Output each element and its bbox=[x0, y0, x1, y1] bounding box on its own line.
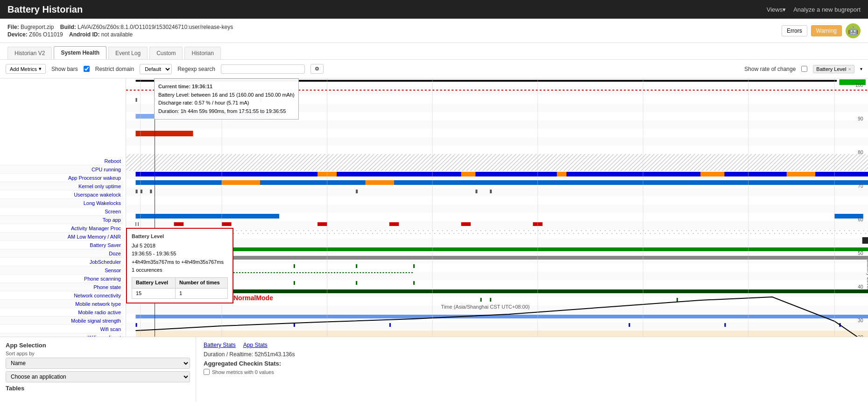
svg-rect-60 bbox=[136, 214, 280, 219]
svg-rect-95 bbox=[677, 298, 678, 302]
svg-rect-98 bbox=[294, 323, 295, 327]
toolbar: Add Metrics ▾ Show bars Restrict domain … bbox=[0, 60, 868, 78]
app-stats-tab[interactable]: App Stats bbox=[243, 342, 268, 348]
svg-rect-43 bbox=[136, 114, 270, 119]
svg-rect-9 bbox=[126, 146, 868, 154]
svg-rect-44 bbox=[136, 131, 193, 136]
tab-custom[interactable]: Custom bbox=[149, 47, 183, 59]
battery-level-dropdown[interactable]: ▾ bbox=[860, 66, 862, 71]
regexp-gear-button[interactable]: ⚙ bbox=[311, 64, 324, 74]
battery-table-header2: Number of times bbox=[175, 277, 227, 288]
svg-rect-30 bbox=[126, 322, 868, 331]
errors-button[interactable]: Errors bbox=[782, 25, 807, 36]
row-label-battery-saver: Battery Saver bbox=[0, 241, 124, 249]
row-label-userspace-wakelock: Userspace wakelock bbox=[0, 190, 124, 199]
svg-text:70: 70 bbox=[858, 183, 863, 189]
regexp-search-label: Regexp search bbox=[177, 66, 215, 72]
battery-popup: Battery Level Jul 5 2018 19:36:55 - 19:3… bbox=[126, 228, 233, 303]
svg-rect-7 bbox=[126, 129, 868, 137]
row-label-app-processor-wakeup: App Processor wakeup bbox=[0, 174, 124, 182]
battery-stats-tab[interactable]: Battery Stats bbox=[204, 342, 236, 348]
device-label: Device: bbox=[7, 31, 28, 38]
row-label-jobscheduler: JobScheduler bbox=[0, 258, 124, 266]
svg-rect-18 bbox=[126, 221, 868, 230]
stats-tabs: Battery Stats App Stats bbox=[204, 342, 861, 348]
svg-text:60: 60 bbox=[858, 217, 863, 222]
battery-table-val2: 1 bbox=[175, 288, 227, 299]
battery-level-close[interactable]: × bbox=[848, 66, 851, 72]
svg-rect-41 bbox=[212, 98, 214, 102]
svg-text:30: 30 bbox=[858, 318, 863, 323]
regexp-search-input[interactable] bbox=[221, 64, 305, 74]
battery-popup-duration: +4h49m35s767ms to +4h49m35s767ms bbox=[132, 258, 228, 267]
fileinfo-left: File: Bugreport.zip Build: LAVA/Z60s/Z60… bbox=[7, 24, 233, 38]
svg-rect-90 bbox=[356, 281, 357, 285]
restrict-domain-select[interactable]: Default bbox=[140, 64, 172, 74]
app-selection-title: App Selection bbox=[6, 342, 190, 349]
tab-system-health[interactable]: System Health bbox=[54, 46, 106, 59]
fileinfo-right: Errors Warning 🤖 bbox=[782, 23, 861, 38]
svg-rect-15 bbox=[126, 196, 868, 205]
row-label-am-low-memory---anr: AM Low Memory / ANR bbox=[0, 233, 124, 241]
svg-text:80: 80 bbox=[858, 150, 863, 155]
views-link[interactable]: Views▾ bbox=[767, 6, 786, 13]
row-label-sensor: Sensor bbox=[0, 266, 124, 275]
choose-app-select[interactable]: Choose an application bbox=[6, 371, 190, 382]
svg-rect-6 bbox=[126, 120, 868, 129]
show-rate-checkbox[interactable] bbox=[801, 66, 807, 72]
row-label-reboot: Reboot bbox=[0, 157, 124, 165]
analyze-link[interactable]: Analyze a new bugreport bbox=[793, 6, 861, 13]
time-axis-label: Time (Asia/Shanghai CST UTC+08:00) bbox=[126, 304, 845, 310]
row-label-mobile-network-type: Mobile network type bbox=[0, 300, 124, 308]
svg-rect-68 bbox=[461, 222, 471, 226]
svg-rect-40 bbox=[174, 98, 176, 102]
row-label-mobile-signal-strength: Mobile signal strength bbox=[0, 317, 124, 325]
build-value: LAVA/Z60s/Z60s:8.1.0/O11019/1530246710:u… bbox=[78, 24, 233, 30]
warning-button[interactable]: Warning bbox=[811, 25, 842, 36]
svg-text:90: 90 bbox=[858, 116, 863, 121]
svg-rect-134 bbox=[862, 237, 868, 244]
agg-title: Aggregated Checkin Stats: bbox=[204, 360, 861, 367]
add-metrics-button[interactable]: Add Metrics ▾ bbox=[6, 64, 46, 74]
svg-rect-45 bbox=[136, 172, 868, 176]
build-label: Build: bbox=[60, 24, 76, 30]
svg-text:50: 50 bbox=[858, 251, 863, 256]
svg-rect-80 bbox=[294, 264, 295, 268]
svg-rect-97 bbox=[136, 323, 137, 327]
show-bars-checkbox[interactable] bbox=[84, 66, 90, 72]
svg-rect-57 bbox=[356, 190, 358, 193]
svg-rect-67 bbox=[389, 222, 399, 226]
show-rate-label: Show rate of change bbox=[744, 66, 796, 72]
svg-rect-64 bbox=[174, 222, 184, 226]
svg-rect-62 bbox=[136, 222, 136, 226]
svg-rect-92 bbox=[136, 289, 868, 293]
battery-popup-date: Jul 5 2018 bbox=[132, 242, 228, 250]
add-metrics-arrow: ▾ bbox=[39, 66, 42, 72]
bottom-section: App Selection Sort apps by Name Choose a… bbox=[0, 337, 868, 402]
svg-rect-94 bbox=[490, 298, 491, 302]
svg-rect-82 bbox=[413, 264, 415, 268]
svg-rect-14 bbox=[126, 188, 868, 196]
row-label-activity-manager-proc: Activity Manager Proc bbox=[0, 224, 124, 233]
row-label-kernel-only-uptime: Kernel only uptime bbox=[0, 182, 124, 190]
svg-rect-53 bbox=[366, 180, 395, 185]
svg-rect-8 bbox=[126, 137, 868, 146]
show-metrics-checkbox[interactable] bbox=[204, 369, 210, 375]
row-label-screen: Screen bbox=[0, 207, 124, 216]
svg-rect-63 bbox=[138, 222, 139, 226]
svg-rect-58 bbox=[475, 190, 477, 193]
svg-rect-54 bbox=[136, 190, 138, 193]
tab-historian-v2[interactable]: Historian V2 bbox=[7, 47, 52, 59]
battery-level-tag: Battery Level × bbox=[813, 65, 854, 73]
fileinfo-bar: File: Bugreport.zip Build: LAVA/Z60s/Z60… bbox=[0, 19, 868, 43]
tab-event-log[interactable]: Event Log bbox=[108, 47, 148, 59]
sort-by-select[interactable]: Name bbox=[6, 358, 190, 369]
fileinfo-line1: File: Bugreport.zip Build: LAVA/Z60s/Z60… bbox=[7, 24, 233, 30]
device-value: Z60s O11019 bbox=[29, 31, 63, 38]
tab-historian[interactable]: Historian bbox=[184, 47, 220, 59]
svg-rect-47 bbox=[461, 172, 476, 176]
svg-rect-99 bbox=[389, 323, 391, 327]
svg-rect-66 bbox=[318, 222, 327, 226]
svg-rect-4 bbox=[126, 104, 868, 112]
android-label: Android ID: bbox=[69, 31, 99, 38]
